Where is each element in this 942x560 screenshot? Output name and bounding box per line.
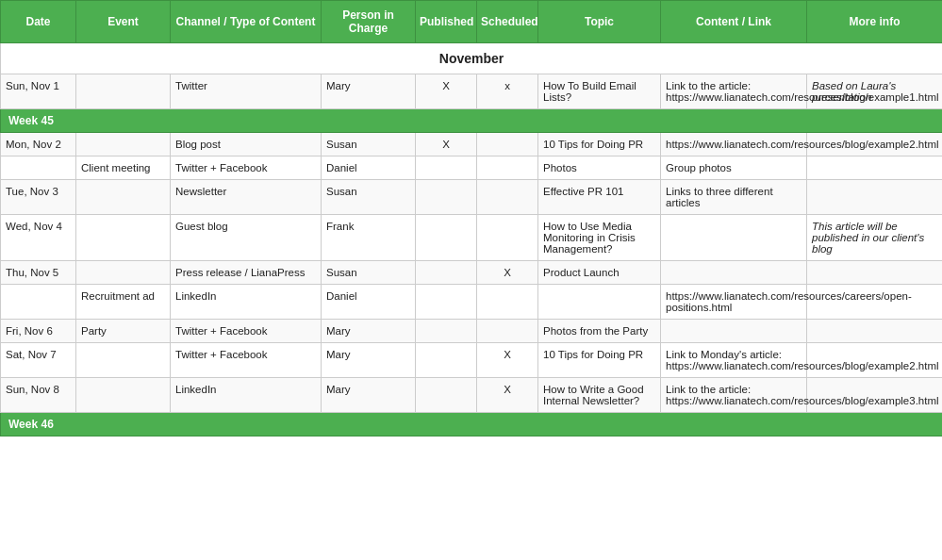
scheduled-cell (477, 320, 538, 343)
scheduled-cell: X (477, 261, 538, 285)
header-content: Content / Link (661, 1, 807, 43)
published-cell: X (416, 74, 477, 109)
content-cell: Links to three different articles (661, 180, 807, 215)
table-row: Tue, Nov 3NewsletterSusanEffective PR 10… (1, 180, 943, 215)
content-cell: https://www.lianatech.com/resources/blog… (661, 133, 807, 156)
topic-cell: How To Build Email Lists? (538, 74, 661, 109)
content-cell: Link to the article: https://www.lianate… (661, 74, 807, 109)
scheduled-cell (477, 285, 538, 320)
table-row: Mon, Nov 2Blog postSusanX10 Tips for Doi… (1, 133, 943, 156)
charge-cell: Susan (322, 180, 416, 215)
content-calendar-table: Date Event Channel / Type of Content Per… (0, 0, 942, 436)
date-cell: Thu, Nov 5 (1, 261, 76, 285)
topic-cell: Photos (538, 156, 661, 180)
channel-cell: Twitter (171, 74, 322, 109)
charge-cell: Susan (322, 133, 416, 156)
header-topic: Topic (538, 1, 661, 43)
header-channel: Channel / Type of Content (171, 1, 322, 43)
event-cell: Client meeting (76, 156, 171, 180)
event-cell (76, 180, 171, 215)
published-cell (416, 378, 477, 413)
date-cell: Tue, Nov 3 (1, 180, 76, 215)
topic-cell: Photos from the Party (538, 320, 661, 343)
more-cell: This article will be published in our cl… (807, 215, 943, 261)
scheduled-cell: X (477, 343, 538, 378)
published-cell (416, 343, 477, 378)
event-cell (76, 378, 171, 413)
header-more: More info (807, 1, 943, 43)
month-label: November (1, 43, 943, 74)
charge-cell: Susan (322, 261, 416, 285)
event-cell: Recruitment ad (76, 285, 171, 320)
charge-cell: Frank (322, 215, 416, 261)
date-cell: Mon, Nov 2 (1, 133, 76, 156)
channel-cell: Twitter + Facebook (171, 320, 322, 343)
topic-cell: 10 Tips for Doing PR (538, 343, 661, 378)
date-cell (1, 156, 76, 180)
month-header-row: November (1, 43, 943, 74)
scheduled-cell: X (477, 378, 538, 413)
published-cell: X (416, 133, 477, 156)
table-row: Sat, Nov 7Twitter + FacebookMaryX10 Tips… (1, 343, 943, 378)
event-cell (76, 74, 171, 109)
topic-cell: How to Write a Good Internal Newsletter? (538, 378, 661, 413)
table-row: Wed, Nov 4Guest blogFrankHow to Use Medi… (1, 215, 943, 261)
header-charge: Person in Charge (322, 1, 416, 43)
table-row: Thu, Nov 5Press release / LianaPressSusa… (1, 261, 943, 285)
week-header-row: Week 46 (1, 413, 943, 436)
channel-cell: Blog post (171, 133, 322, 156)
topic-cell: 10 Tips for Doing PR (538, 133, 661, 156)
more-cell (807, 156, 943, 180)
published-cell (416, 215, 477, 261)
content-cell: Link to Monday's article: https://www.li… (661, 343, 807, 378)
date-cell: Wed, Nov 4 (1, 215, 76, 261)
more-cell (807, 180, 943, 215)
more-cell (807, 261, 943, 285)
header-date: Date (1, 1, 76, 43)
week-label: Week 45 (1, 109, 943, 133)
topic-cell: Product Launch (538, 261, 661, 285)
header-published: Published (416, 1, 477, 43)
calendar-table-wrapper: Date Event Channel / Type of Content Per… (0, 0, 942, 436)
scheduled-cell (477, 180, 538, 215)
charge-cell: Daniel (322, 285, 416, 320)
header-event: Event (76, 1, 171, 43)
charge-cell: Daniel (322, 156, 416, 180)
event-cell (76, 343, 171, 378)
content-cell: Group photos (661, 156, 807, 180)
charge-cell: Mary (322, 378, 416, 413)
charge-cell: Mary (322, 320, 416, 343)
table-row: Sun, Nov 1TwitterMaryXxHow To Build Emai… (1, 74, 943, 109)
channel-cell: Press release / LianaPress (171, 261, 322, 285)
date-cell: Sun, Nov 1 (1, 74, 76, 109)
published-cell (416, 180, 477, 215)
week-header-row: Week 45 (1, 109, 943, 133)
channel-cell: Twitter + Facebook (171, 343, 322, 378)
date-cell: Sun, Nov 8 (1, 378, 76, 413)
date-cell: Sat, Nov 7 (1, 343, 76, 378)
table-body: NovemberSun, Nov 1TwitterMaryXxHow To Bu… (1, 43, 943, 436)
channel-cell: Guest blog (171, 215, 322, 261)
content-cell (661, 215, 807, 261)
channel-cell: LinkedIn (171, 378, 322, 413)
event-cell (76, 215, 171, 261)
table-row: Recruitment adLinkedInDanielhttps://www.… (1, 285, 943, 320)
content-cell: https://www.lianatech.com/resources/care… (661, 285, 807, 320)
published-cell (416, 156, 477, 180)
date-cell (1, 285, 76, 320)
topic-cell: Effective PR 101 (538, 180, 661, 215)
header-scheduled: Scheduled (477, 1, 538, 43)
more-cell (807, 320, 943, 343)
published-cell (416, 285, 477, 320)
published-cell (416, 261, 477, 285)
charge-cell: Mary (322, 74, 416, 109)
table-row: Fri, Nov 6PartyTwitter + FacebookMaryPho… (1, 320, 943, 343)
topic-cell: How to Use Media Monitoring in Crisis Ma… (538, 215, 661, 261)
content-cell: Link to the article: https://www.lianate… (661, 378, 807, 413)
date-cell: Fri, Nov 6 (1, 320, 76, 343)
charge-cell: Mary (322, 343, 416, 378)
topic-cell (538, 285, 661, 320)
scheduled-cell (477, 156, 538, 180)
event-cell (76, 133, 171, 156)
event-cell: Party (76, 320, 171, 343)
